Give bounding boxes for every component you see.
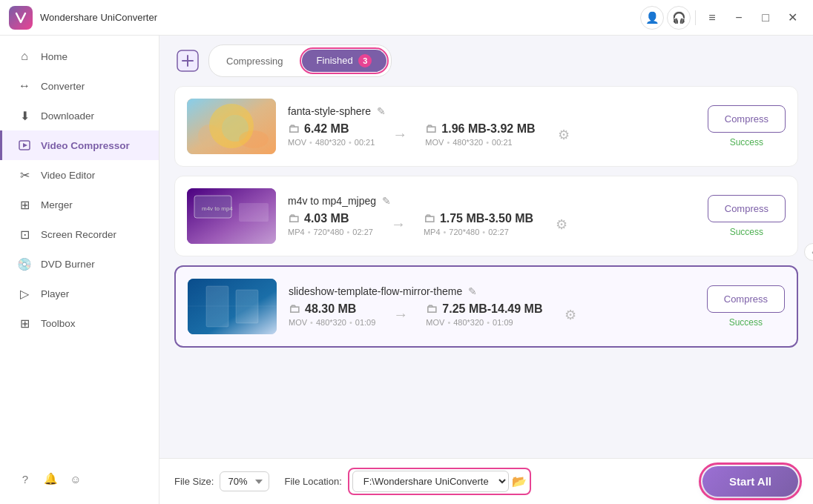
menu-button[interactable]: ≡ [700, 6, 724, 30]
compress-button-3[interactable]: Compress [707, 285, 785, 313]
file-thumbnail-1 [187, 99, 276, 154]
original-size-block-3: 🗀 48.30 MB MOV • 480*320 • 01:09 [289, 302, 375, 327]
target-size-value-1: 🗀 1.96 MB-3.92 MB [425, 122, 535, 136]
tab-group: Compressing Finished 3 [208, 44, 392, 77]
close-button[interactable]: ✕ [780, 6, 804, 30]
file-size-row-1: 🗀 6.42 MB MOV • 480*320 • 00:21 → [288, 122, 696, 148]
action-col-2: Compress Success [708, 195, 786, 237]
folder-icon-target-3: 🗀 [426, 302, 438, 316]
svg-point-6 [198, 125, 220, 147]
target-size-value-2: 🗀 1.75 MB-3.50 MB [424, 212, 533, 225]
svg-rect-13 [188, 279, 277, 334]
edit-icon-3[interactable]: ✎ [468, 285, 477, 297]
finished-badge: 3 [358, 54, 372, 67]
file-name-row-2: m4v to mp4_mjpeg ✎ [288, 195, 696, 207]
tab-finished[interactable]: Finished 3 [302, 50, 387, 72]
original-size-block-1: 🗀 6.42 MB MOV • 480*320 • 00:21 [288, 122, 375, 147]
file-location-field: File Location: F:\Wondershare UniConvert… [284, 468, 530, 495]
sidebar-item-player[interactable]: ▷ Player [0, 279, 159, 308]
video-compressor-icon [17, 138, 32, 153]
success-status-1: Success [730, 137, 763, 147]
start-all-button[interactable]: Start All [702, 466, 798, 497]
sidebar-item-merger[interactable]: ⊞ Merger [0, 190, 159, 219]
original-size-block-2: 🗀 4.03 MB MP4 • 720*480 • 02:27 [288, 212, 373, 236]
divider [695, 10, 696, 25]
arrow-icon-3: → [393, 306, 408, 323]
svg-rect-12 [239, 203, 269, 222]
maximize-button[interactable]: □ [754, 6, 777, 30]
compress-button-1[interactable]: Compress [708, 105, 786, 133]
sidebar-item-label: Downloader [41, 110, 94, 122]
help-button[interactable]: ? [15, 468, 36, 489]
sidebar-item-converter[interactable]: ↔ Converter [0, 71, 159, 101]
home-icon: ⌂ [17, 49, 32, 64]
file-card-3: slideshow-template-flow-mirror-theme ✎ 🗀… [174, 265, 798, 348]
file-name-row-1: fanta-style-sphere ✎ [288, 105, 696, 117]
main-layout: ⌂ Home ↔ Converter ⬇ Downloader Video Co… [0, 36, 813, 504]
sidebar-item-video-compressor[interactable]: Video Compressor [0, 130, 159, 160]
original-meta-1: MOV • 480*320 • 00:21 [288, 138, 375, 147]
sidebar-item-label: Video Compressor [41, 140, 130, 151]
sidebar: ⌂ Home ↔ Converter ⬇ Downloader Video Co… [0, 36, 159, 504]
sidebar-item-label: Screen Recorder [41, 229, 116, 240]
file-size-select[interactable]: 70% 50% 80% 90% [220, 471, 269, 491]
folder-icon-3: 🗀 [289, 302, 300, 316]
add-file-button[interactable] [174, 47, 201, 74]
file-info-2: m4v to mp4_mjpeg ✎ 🗀 4.03 MB MP4 • [288, 195, 696, 238]
minimize-button[interactable]: − [727, 6, 751, 30]
sidebar-bottom: ? 🔔 ☺ [0, 460, 159, 498]
folder-icon-target-1: 🗀 [425, 122, 437, 136]
header-icons: 👤 🎧 ≡ − □ ✕ [640, 6, 804, 30]
sidebar-item-home[interactable]: ⌂ Home [0, 42, 159, 71]
file-name-row-3: slideshow-template-flow-mirror-theme ✎ [289, 285, 695, 297]
arrow-icon-1: → [392, 126, 407, 143]
toolbox-icon: ⊞ [17, 316, 32, 331]
file-card-1: fanta-style-sphere ✎ 🗀 6.42 MB MOV • [174, 86, 798, 167]
file-info-1: fanta-style-sphere ✎ 🗀 6.42 MB MOV • [288, 105, 696, 148]
headset-icon-button[interactable]: 🎧 [667, 6, 691, 30]
original-size-value-2: 🗀 4.03 MB [288, 212, 373, 225]
original-size-value-1: 🗀 6.42 MB [288, 122, 375, 136]
arrow-icon-2: → [391, 216, 406, 233]
sidebar-item-label: DVD Burner [41, 259, 95, 270]
original-size-value-3: 🗀 48.30 MB [289, 302, 375, 316]
edit-icon-1[interactable]: ✎ [377, 105, 386, 117]
settings-button-3[interactable]: ⚙ [557, 302, 584, 328]
notification-button[interactable]: 🔔 [40, 468, 61, 489]
app-title: Wondershare UniConverter [40, 12, 640, 23]
app-logo [9, 6, 33, 30]
merger-icon: ⊞ [17, 197, 32, 212]
file-location-select[interactable]: F:\Wondershare UniConverte [352, 471, 509, 492]
success-status-3: Success [729, 317, 763, 328]
sidebar-item-video-editor[interactable]: ✂ Video Editor [0, 160, 159, 190]
svg-marker-1 [23, 143, 27, 147]
tab-finished-highlight: Finished 3 [300, 47, 389, 74]
folder-icon-1: 🗀 [288, 122, 300, 136]
sidebar-item-downloader[interactable]: ⬇ Downloader [0, 101, 159, 130]
sidebar-item-label: Converter [41, 81, 85, 92]
compress-button-2[interactable]: Compress [708, 195, 786, 222]
tab-bar: Compressing Finished 3 [159, 36, 813, 86]
tab-compressing[interactable]: Compressing [211, 51, 298, 71]
edit-icon-2[interactable]: ✎ [382, 195, 391, 207]
settings-button-2[interactable]: ⚙ [548, 211, 575, 238]
user-icon-button[interactable]: 👤 [640, 6, 664, 30]
action-col-1: Compress Success [708, 105, 786, 147]
folder-icon-2: 🗀 [288, 212, 300, 225]
file-size-label: File Size: [174, 476, 214, 487]
settings-button-1[interactable]: ⚙ [550, 122, 577, 148]
target-size-block-1: 🗀 1.96 MB-3.92 MB MOV • 480*320 • 00:21 [425, 122, 535, 147]
browse-folder-icon[interactable]: 📂 [512, 474, 527, 488]
sidebar-item-label: Toolbox [41, 318, 76, 329]
target-size-block-2: 🗀 1.75 MB-3.50 MB MP4 • 720*480 • 02:27 [424, 212, 533, 236]
sidebar-item-toolbox[interactable]: ⊞ Toolbox [0, 308, 159, 338]
sidebar-item-screen-recorder[interactable]: ⊡ Screen Recorder [0, 219, 159, 249]
community-button[interactable]: ☺ [65, 468, 86, 489]
folder-icon-target-2: 🗀 [424, 212, 435, 225]
success-status-2: Success [730, 227, 763, 237]
file-info-3: slideshow-template-flow-mirror-theme ✎ 🗀… [289, 285, 695, 328]
sidebar-item-dvd-burner[interactable]: 💿 DVD Burner [0, 249, 159, 279]
video-editor-icon: ✂ [17, 168, 32, 182]
title-bar: Wondershare UniConverter 👤 🎧 ≡ − □ ✕ [0, 0, 813, 36]
target-meta-1: MOV • 480*320 • 00:21 [425, 138, 535, 147]
